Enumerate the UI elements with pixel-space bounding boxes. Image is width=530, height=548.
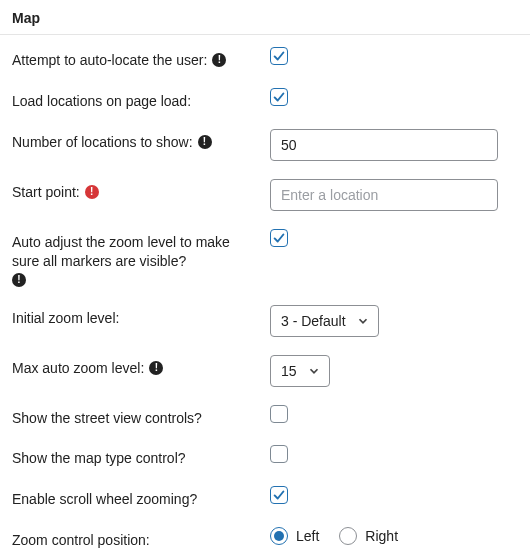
check-icon [272,488,286,502]
max-auto-zoom-select[interactable]: 15 [270,355,330,387]
scroll-zoom-checkbox[interactable] [270,486,288,504]
zoom-control-left-option[interactable]: Left [270,527,319,545]
start-point-input[interactable] [270,179,498,211]
radio-icon [270,527,288,545]
info-icon[interactable]: ! [149,361,163,375]
row-num-locations: Number of locations to show: ! [12,129,518,161]
map-settings-form: Attempt to auto-locate the user: ! Load … [0,35,530,548]
chevron-down-icon [307,364,321,378]
section-header: Map [0,0,530,35]
row-max-auto-zoom: Max auto zoom level: ! 15 [12,355,518,387]
label-street-view: Show the street view controls? [12,405,270,428]
label-auto-zoom: Auto adjust the zoom level to make sure … [12,229,270,287]
label-start-point: Start point: ! [12,179,270,202]
auto-locate-checkbox[interactable] [270,47,288,65]
radio-icon [339,527,357,545]
initial-zoom-value: 3 - Default [281,313,346,329]
map-type-control-checkbox[interactable] [270,445,288,463]
check-icon [272,90,286,104]
row-street-view: Show the street view controls? [12,405,518,428]
row-zoom-control-position: Zoom control position: Left Right [12,527,518,548]
label-scroll-zoom: Enable scroll wheel zooming? [12,486,270,509]
info-icon[interactable]: ! [12,273,26,287]
zoom-control-right-option[interactable]: Right [339,527,398,545]
chevron-down-icon [356,314,370,328]
radio-label-left: Left [296,528,319,544]
label-num-locations: Number of locations to show: ! [12,129,270,152]
initial-zoom-select[interactable]: 3 - Default [270,305,379,337]
label-initial-zoom: Initial zoom level: [12,305,270,328]
auto-zoom-checkbox[interactable] [270,229,288,247]
street-view-checkbox[interactable] [270,405,288,423]
label-load-on-page: Load locations on page load: [12,88,270,111]
row-scroll-zoom: Enable scroll wheel zooming? [12,486,518,509]
label-map-type-control: Show the map type control? [12,445,270,468]
row-initial-zoom: Initial zoom level: 3 - Default [12,305,518,337]
load-on-page-checkbox[interactable] [270,88,288,106]
row-auto-zoom: Auto adjust the zoom level to make sure … [12,229,518,287]
check-icon [272,231,286,245]
section-title: Map [12,10,40,26]
info-icon[interactable]: ! [198,135,212,149]
label-max-auto-zoom: Max auto zoom level: ! [12,355,270,378]
label-auto-locate: Attempt to auto-locate the user: ! [12,47,270,70]
info-icon[interactable]: ! [212,53,226,67]
row-map-type-control: Show the map type control? [12,445,518,468]
row-start-point: Start point: ! [12,179,518,211]
num-locations-input[interactable] [270,129,498,161]
radio-label-right: Right [365,528,398,544]
zoom-control-radio-group: Left Right [270,527,398,545]
row-auto-locate: Attempt to auto-locate the user: ! [12,47,518,70]
check-icon [272,49,286,63]
alert-icon[interactable]: ! [85,185,99,199]
label-zoom-control-position: Zoom control position: [12,527,270,548]
max-auto-zoom-value: 15 [281,363,297,379]
row-load-on-page: Load locations on page load: [12,88,518,111]
